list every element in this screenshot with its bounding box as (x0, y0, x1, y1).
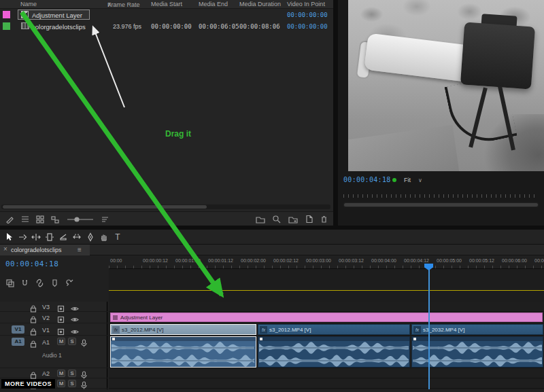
monitor-scrollbar[interactable] (343, 202, 539, 207)
new-item-icon[interactable] (303, 213, 315, 225)
ruler-label: 00:00:00:12 (143, 258, 168, 263)
zoom-slider[interactable] (65, 213, 95, 225)
voiceover-mic-icon[interactable] (80, 380, 88, 392)
video-frame[interactable] (348, 0, 544, 171)
video-clip-1[interactable]: fx s3_2012.MP4 [V] (110, 324, 256, 335)
track-header-a2[interactable]: A2 M S (0, 368, 107, 378)
list-view-icon[interactable] (19, 213, 31, 225)
video-clip-2[interactable]: fx s3_2012.MP4 [V] (258, 324, 410, 335)
track-a3-content[interactable] (109, 378, 544, 389)
track-a1-content[interactable] (109, 336, 544, 368)
project-row-clip[interactable]: colorgradelotsclips 23.976 fps 00:00:00:… (0, 21, 333, 32)
timeline-settings-wrench-icon[interactable] (64, 277, 75, 288)
label-color-swatch-pink[interactable] (3, 11, 10, 18)
timeline-timecode[interactable]: 00:00:04:18 (5, 260, 58, 268)
ruler-label: 00:00 (110, 258, 122, 263)
slip-tool[interactable] (71, 231, 83, 243)
premiere-app-window: Name Frame Rate ∧ Media Start Media End … (0, 0, 544, 392)
track-v1-content[interactable]: fx s3_2012.MP4 [V] fx s3_2012.MP4 [V] fx… (109, 323, 544, 336)
edit-pencil-icon[interactable] (4, 213, 16, 225)
video-in-point-value[interactable]: 00:00:00:00 (287, 23, 328, 30)
solo-button[interactable]: S (68, 338, 76, 345)
adjustment-layer-clip-icon (113, 315, 118, 320)
track-header-a1[interactable]: A1 A1 M S Audio 1 (0, 336, 107, 368)
sequence-tab[interactable]: × colorgradelotsclips ≡ (0, 245, 90, 255)
ripple-edit-tool[interactable] (30, 231, 42, 243)
mute-button[interactable]: M (57, 370, 65, 377)
pen-tool[interactable] (84, 231, 97, 243)
panel-menu-icon[interactable]: ≡ (78, 246, 82, 253)
track-v2-content[interactable]: Adjustment Layer (109, 312, 544, 323)
timeline-ruler[interactable]: 00:0000:00:00:1200:00:01:0000:00:01:1200… (109, 257, 544, 269)
audio-clip-3[interactable] (411, 336, 543, 368)
tools-bar: T (0, 230, 544, 245)
project-bin-icon[interactable] (254, 213, 266, 225)
selection-tool[interactable] (3, 231, 15, 243)
solo-button[interactable]: S (68, 370, 76, 377)
type-tool[interactable]: T (112, 231, 124, 243)
zoom-fit-dropdown[interactable]: Fit (404, 177, 411, 183)
item-name[interactable]: colorgradelotsclips (32, 23, 86, 31)
sort-menu-icon[interactable] (99, 213, 111, 225)
column-header-media-start[interactable]: Media Start (151, 1, 182, 7)
project-row-adjustment-layer[interactable]: Adjustment Layer 00:00:00:00 (0, 10, 333, 20)
work-area-bar[interactable] (109, 290, 544, 291)
freeform-view-icon[interactable] (49, 213, 61, 225)
snap-magnet-icon[interactable] (19, 277, 30, 288)
icon-view-icon[interactable] (34, 213, 46, 225)
solo-button[interactable]: S (68, 380, 76, 387)
more-videos-watermark: MORE VIDEOS (1, 379, 55, 389)
ruler-label: 00:00:03:12 (339, 258, 364, 263)
audio-clip-2[interactable] (258, 336, 410, 368)
track-select-forward-tool[interactable] (16, 231, 29, 243)
source-patch-a1[interactable]: A1 (12, 338, 24, 346)
linked-selection-icon[interactable] (34, 277, 45, 288)
nest-sequence-icon[interactable] (4, 277, 15, 288)
add-marker-icon[interactable] (49, 277, 60, 288)
lock-icon[interactable] (30, 338, 37, 351)
adjustment-layer-clip[interactable]: Adjustment Layer (110, 313, 543, 322)
monitor-timecode[interactable]: 00:00:04:18 (343, 176, 391, 183)
column-header-media-duration[interactable]: Media Duration (239, 1, 281, 7)
mute-button[interactable]: M (57, 338, 65, 345)
track-v3-content[interactable] (109, 302, 544, 312)
track-name: V2 (42, 315, 50, 321)
track-header-v1[interactable]: V1 V1 (0, 323, 107, 336)
label-color-swatch-green[interactable] (3, 22, 10, 30)
project-panel: Name Frame Rate ∧ Media Start Media End … (0, 0, 333, 226)
type-tool-glyph: T (115, 232, 120, 242)
rolling-edit-tool[interactable] (44, 231, 56, 243)
ruler-label: 00:00:05:12 (469, 258, 494, 263)
video-in-point-value[interactable]: 00:00:00:00 (287, 12, 328, 18)
scrollbar-thumb[interactable] (3, 205, 207, 209)
track-a2-content[interactable] (109, 368, 544, 378)
audio-clip-1[interactable] (110, 336, 256, 368)
ruler-label: 00:00:02:00 (241, 258, 266, 263)
scrollbar-thumb[interactable] (344, 203, 538, 207)
project-horizontal-scrollbar[interactable] (1, 204, 330, 209)
close-icon[interactable]: × (3, 245, 7, 253)
voiceover-mic-icon[interactable] (80, 338, 88, 350)
track-name: A1 (42, 339, 50, 346)
item-name[interactable]: Adjustment Layer (32, 12, 82, 19)
new-bin-icon[interactable] (287, 213, 299, 225)
video-clip-3[interactable]: fx s3_2032.MP4 [V] (411, 324, 543, 335)
source-patch-v1[interactable]: V1 (12, 325, 24, 334)
column-header-video-in-point[interactable]: Video In Point (287, 1, 325, 7)
track-header-v2[interactable]: V2 (0, 312, 107, 323)
panel-divider-vertical[interactable] (333, 0, 338, 226)
delete-trash-icon[interactable] (318, 213, 330, 225)
keyframe-badge (260, 338, 262, 340)
hand-tool[interactable] (98, 231, 110, 243)
column-header-name[interactable]: Name (20, 1, 37, 7)
monitor-mini-ruler[interactable] (343, 194, 539, 198)
playhead-line[interactable] (428, 269, 430, 389)
track-header-v3[interactable]: V3 (0, 302, 107, 312)
razor-tool[interactable] (57, 231, 69, 243)
ruler-label: 00:00:02:12 (273, 258, 299, 263)
search-icon[interactable] (271, 213, 282, 225)
column-header-media-end[interactable]: Media End (199, 1, 228, 7)
ruler-ticks (109, 266, 544, 268)
media-end-value: 00:00:06:05 (199, 23, 239, 30)
mute-button[interactable]: M (57, 380, 65, 387)
